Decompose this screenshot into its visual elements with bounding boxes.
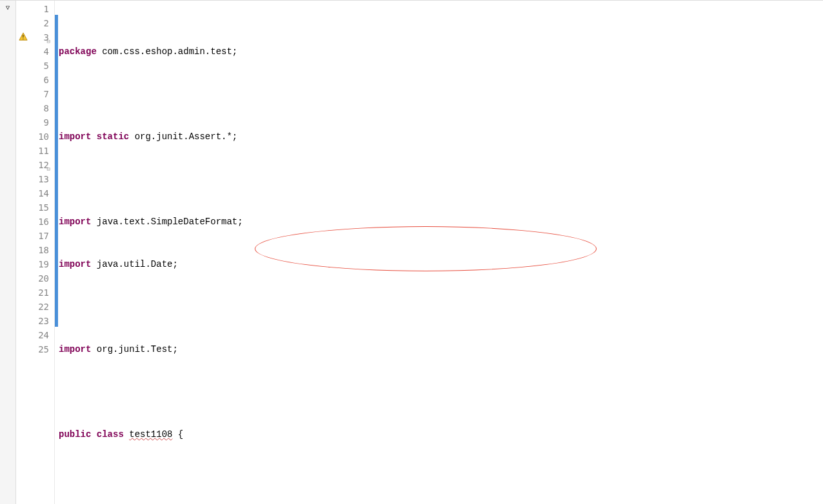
- collapse-arrow-icon[interactable]: ▽: [6, 4, 10, 11]
- line-gutter: 1 2 !3⊟ 4 5 6 7 8 9 10 11 12⊟ 13 14 15 1…: [16, 1, 55, 504]
- code-text-area[interactable]: package com.css.eshop.admin.test; import…: [55, 1, 823, 504]
- svg-text:!: !: [21, 34, 25, 41]
- code-editor[interactable]: 1 2 !3⊟ 4 5 6 7 8 9 10 11 12⊟ 13 14 15 1…: [16, 1, 823, 504]
- left-collapsed-panel: ▽: [0, 1, 16, 504]
- warning-icon: !: [19, 32, 28, 41]
